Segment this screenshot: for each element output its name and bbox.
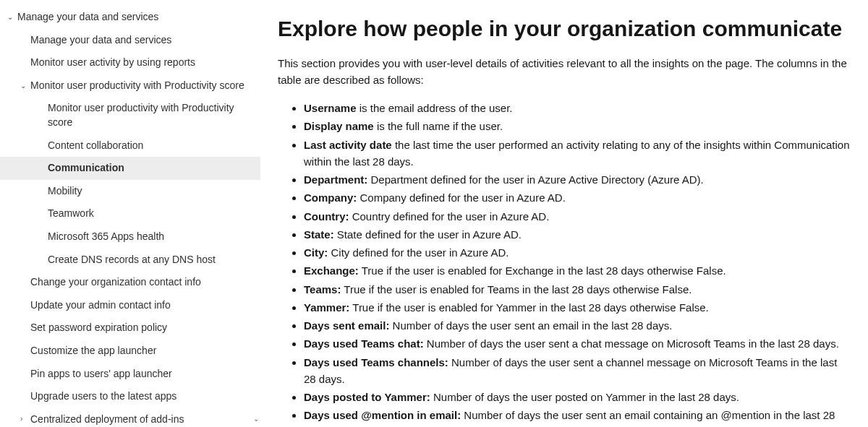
column-description: True if the user is enabled for Yammer i… <box>349 301 708 314</box>
column-description: Department defined for the user in Azure… <box>367 173 703 186</box>
column-definition-item: Country: Country defined for the user in… <box>304 208 851 225</box>
column-definition-item: Last activity date the last time the use… <box>304 137 851 171</box>
column-term: City: <box>304 246 328 259</box>
column-term: Yammer: <box>304 301 349 314</box>
nav-item-monitor-user-activity-by-using-reports[interactable]: Monitor user activity by using reports <box>0 51 260 74</box>
column-term: Teams: <box>304 283 341 296</box>
nav-item-label: Change your organization contact info <box>30 275 252 290</box>
chevron-down-icon: ⌄ <box>253 415 259 423</box>
nav-item-manage-your-data-and-services[interactable]: ⌄Manage your data and services <box>0 6 260 29</box>
column-definitions-list: Username is the email address of the use… <box>278 100 851 427</box>
column-description: True if the user is enabled for Teams in… <box>341 283 692 296</box>
column-term: Last activity date <box>304 139 392 151</box>
column-term: Days posted to Yammer: <box>304 391 430 403</box>
nav-item-label: Set password expiration policy <box>30 321 252 335</box>
nav-item-communication[interactable]: Communication <box>0 157 260 180</box>
column-term: Days used Teams channels: <box>304 356 448 368</box>
column-definition-item: Teams: True if the user is enabled for T… <box>304 281 851 298</box>
nav-item-label: Mobility <box>48 184 252 199</box>
nav-item-label: Teamwork <box>48 207 252 221</box>
page-title: Explore how people in your organization … <box>278 14 851 43</box>
nav-item-teamwork[interactable]: Teamwork <box>0 202 260 225</box>
column-definition-item: Company: Company defined for the user in… <box>304 189 851 206</box>
column-definition-item: Days sent email: Number of days the user… <box>304 317 851 334</box>
column-description: True if the user is enabled for Exchange… <box>359 264 726 277</box>
nav-item-customize-the-app-launcher[interactable]: Customize the app launcher <box>0 340 260 363</box>
column-definition-item: City: City defined for the user in Azure… <box>304 244 851 261</box>
nav-item-label: Manage your data and services <box>17 10 252 25</box>
main-content: Explore how people in your organization … <box>260 0 868 427</box>
nav-item-content-collaboration[interactable]: Content collaboration <box>0 134 260 158</box>
column-definition-item: Display name is the full name if the use… <box>304 118 851 134</box>
nav-list: ⌄Manage your data and servicesManage you… <box>0 6 260 427</box>
nav-item-label: Monitor user activity by using reports <box>30 56 252 70</box>
column-definition-item: State: State defined for the user in Azu… <box>304 226 851 243</box>
column-description: is the full name if the user. <box>374 120 503 132</box>
nav-item-label: Update your admin contact info <box>30 298 252 313</box>
column-term: Department: <box>304 173 367 186</box>
column-definition-item: Username is the email address of the use… <box>304 100 851 116</box>
column-term: State: <box>304 228 334 241</box>
column-term: Display name <box>304 120 374 132</box>
nav-item-label: Monitor user productivity with Productiv… <box>48 101 252 129</box>
nav-item-manage-your-data-and-services[interactable]: Manage your data and services <box>0 29 260 52</box>
column-description: State defined for the user in Azure AD. <box>334 228 522 241</box>
nav-item-label: Centralized deployment of add-ins <box>30 413 252 427</box>
column-description: City defined for the user in Azure AD. <box>328 246 509 259</box>
column-term: Country: <box>304 210 349 223</box>
nav-item-label: Create DNS records at any DNS host <box>48 253 252 267</box>
column-definition-item: Yammer: True if the user is enabled for … <box>304 299 851 316</box>
column-description: is the email address of the user. <box>357 102 513 114</box>
nav-item-label: Monitor user productivity with Productiv… <box>30 79 252 93</box>
column-term: Days used Teams chat: <box>304 337 424 350</box>
column-description: Country defined for the user in Azure AD… <box>349 210 550 223</box>
nav-item-pin-apps-to-users-app-launcher[interactable]: Pin apps to users' app launcher <box>0 363 260 386</box>
nav-item-monitor-user-productivity-with-productivity-score[interactable]: Monitor user productivity with Productiv… <box>0 97 260 134</box>
nav-item-label: Upgrade users to the latest apps <box>30 389 252 404</box>
nav-item-mobility[interactable]: Mobility <box>0 180 260 203</box>
nav-item-create-dns-records-at-any-dns-host[interactable]: Create DNS records at any DNS host <box>0 249 260 272</box>
column-description: Number of days the user posted on Yammer… <box>430 391 739 403</box>
nav-item-label: Customize the app launcher <box>30 344 252 358</box>
nav-item-update-your-admin-contact-info[interactable]: Update your admin contact info <box>0 294 260 317</box>
nav-item-monitor-user-productivity-with-productivity-score[interactable]: ⌄Monitor user productivity with Producti… <box>0 74 260 98</box>
column-description: Number of days the user sent a chat mess… <box>424 337 839 350</box>
chevron-down-icon: ⌄ <box>7 12 17 22</box>
nav-item-label: Manage your data and services <box>30 33 252 48</box>
nav-item-label: Pin apps to users' app launcher <box>30 367 252 381</box>
nav-item-change-your-organization-contact-info[interactable]: Change your organization contact info <box>0 271 260 294</box>
column-definition-item: Days used @mention in email: Number of d… <box>304 407 851 427</box>
nav-sidebar: ⌄Manage your data and servicesManage you… <box>0 0 260 427</box>
column-description: Company defined for the user in Azure AD… <box>357 191 566 204</box>
column-definition-item: Days posted to Yammer: Number of days th… <box>304 389 851 405</box>
nav-item-centralized-deployment-of-add-ins[interactable]: ›Centralized deployment of add-ins <box>0 408 260 427</box>
nav-item-label: Communication <box>48 161 252 176</box>
column-term: Days sent email: <box>304 319 389 332</box>
column-definition-item: Days used Teams channels: Number of days… <box>304 354 851 388</box>
nav-item-label: Content collaboration <box>48 139 252 153</box>
column-term: Company: <box>304 191 357 204</box>
nav-item-upgrade-users-to-the-latest-apps[interactable]: Upgrade users to the latest apps <box>0 385 260 408</box>
nav-item-label: Microsoft 365 Apps health <box>48 230 252 244</box>
chevron-down-icon: ⌄ <box>20 81 30 91</box>
column-term: Days used @mention in email: <box>304 409 461 421</box>
column-definition-item: Days used Teams chat: Number of days the… <box>304 335 851 352</box>
column-term: Exchange: <box>304 264 359 277</box>
nav-item-set-password-expiration-policy[interactable]: Set password expiration policy <box>0 316 260 340</box>
intro-paragraph: This section provides you with user-leve… <box>278 56 851 88</box>
chevron-right-icon: › <box>20 414 30 424</box>
column-definition-item: Exchange: True if the user is enabled fo… <box>304 262 851 279</box>
nav-item-microsoft-365-apps-health[interactable]: Microsoft 365 Apps health <box>0 225 260 249</box>
column-term: Username <box>304 102 357 114</box>
column-definition-item: Department: Department defined for the u… <box>304 171 851 188</box>
column-description: Number of days the user sent an email in… <box>389 319 672 332</box>
